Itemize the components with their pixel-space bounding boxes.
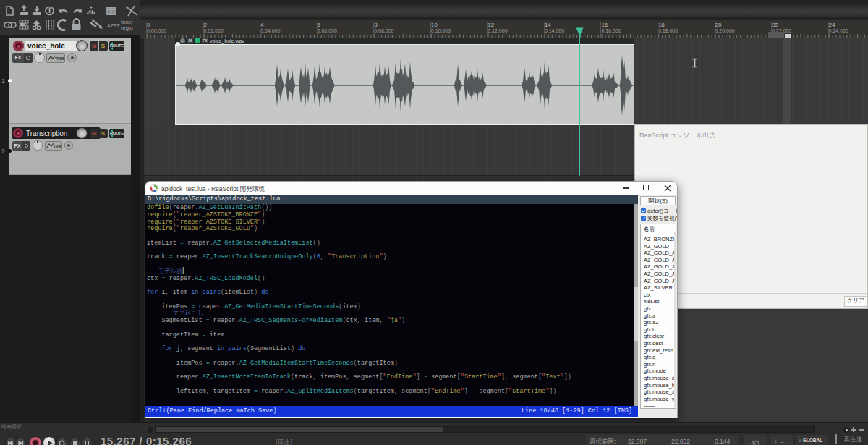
svg-text:TRIM: TRIM [55,56,64,61]
svg-text:regio: regio [121,25,133,31]
svg-text:AZST: AZST [107,23,121,28]
svg-text:TRIM: TRIM [54,144,61,148]
